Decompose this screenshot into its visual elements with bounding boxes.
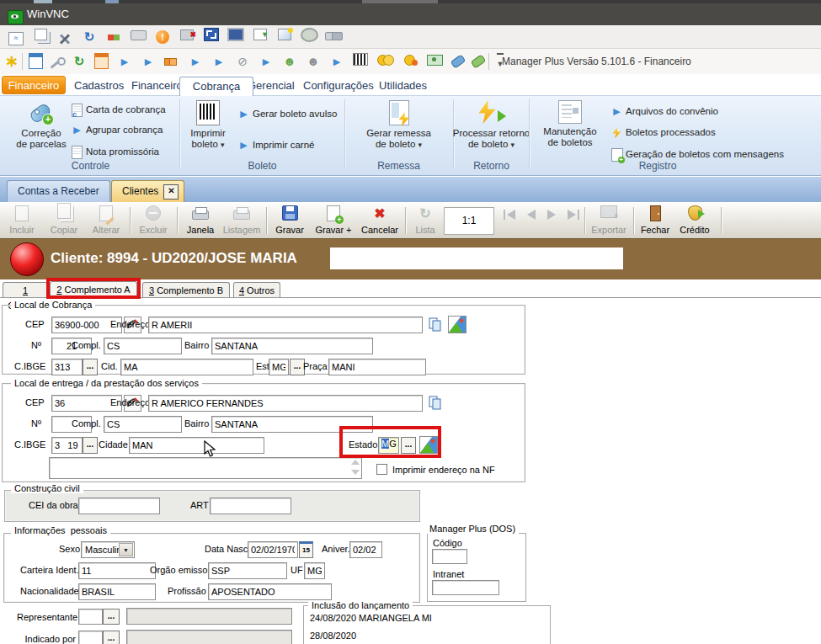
lista-button[interactable]: ↻Lista [409,205,441,236]
run-action-icon[interactable]: ▶ [187,53,204,70]
window-orange-icon[interactable] [93,53,109,70]
endereco-entrega-input[interactable] [148,395,423,412]
copiar-button[interactable]: Copiar [45,205,83,236]
refresh-green-icon[interactable]: ↻ [71,53,88,70]
gravar-button[interactable]: Gravar [271,205,308,236]
endereco-input[interactable] [148,317,423,333]
tab-outros[interactable]: 4 Outros [233,282,280,298]
sexo-select[interactable]: Masculino▼ [81,541,135,558]
praca-input[interactable] [328,359,426,375]
tools-icon[interactable] [56,28,74,45]
wrench-icon[interactable] [49,53,66,70]
run-action-icon[interactable]: ▶ [116,53,133,70]
estado-entrega-input[interactable]: MG [378,437,399,454]
chevron-down-icon[interactable]: ▼ [119,543,133,556]
bairro-entrega-input[interactable] [211,416,373,433]
imprimir-endereco-nf-checkbox[interactable] [376,464,387,475]
orgao-emissor-input[interactable] [208,562,287,579]
credito-button[interactable]: Crédito [675,205,714,236]
gravar-mais-button[interactable]: +Gravar + [312,205,355,236]
agrupar-cobranca-item[interactable]: ▶Agrupar cobrança [71,125,163,136]
window-transfer-icon[interactable]: ▼ [251,28,269,45]
codigo-input[interactable] [432,549,467,564]
bairro-input[interactable] [211,338,373,354]
incluir-button[interactable]: Incluir [3,205,40,236]
user-green-icon[interactable]: ☻ [281,53,298,70]
window-blue-icon[interactable] [27,53,44,70]
copy-address-icon[interactable] [427,396,444,411]
alterar-button[interactable]: Alterar [88,205,125,236]
tag-blue-icon[interactable] [450,53,466,70]
tab-cadastro[interactable]: 1 Cadastro [3,282,48,298]
user-gray-icon[interactable]: ☻ [305,53,322,70]
nav-last-icon[interactable] [578,210,579,220]
run-action-icon[interactable]: ▶ [258,53,275,70]
exportar-button[interactable]: xExportar [588,205,630,236]
attachment-icon[interactable]: ⊘ [234,53,251,70]
fullscreen-icon[interactable] [202,28,221,45]
map-icon[interactable] [448,316,466,333]
coins-icon[interactable] [377,53,394,70]
banknote-icon[interactable] [426,53,443,70]
imprimir-boleto-button[interactable]: Imprimir boleto ▾ [182,98,234,151]
ctrl-alt-del-keyboard-icon[interactable] [129,28,147,45]
nav-last-icon[interactable] [568,210,576,220]
tab-contas-a-receber[interactable]: Contas a Receber [7,180,110,202]
coins-alert-icon[interactable] [403,53,419,70]
zoom-ratio-box[interactable]: 1:1 [444,207,494,235]
chat-icon[interactable] [324,28,343,45]
disconnect-icon[interactable]: ✖ [178,28,196,45]
indicado-por-input[interactable] [78,631,103,644]
scroll-up-icon[interactable] [351,460,360,465]
tab-complemento-a[interactable]: 2 Complemento A [50,281,137,299]
art-input[interactable] [210,498,291,514]
estado-browse-button[interactable]: ... [401,437,416,454]
ribbon-tab-cobranca[interactable]: Cobrança [179,77,253,96]
map-icon[interactable] [419,436,438,454]
tab-clientes[interactable]: Clientes ✕ [111,180,184,202]
ribbon-tab-configuracoes[interactable]: Configurações [295,77,382,95]
nacionalidade-input[interactable] [78,583,156,600]
representante-input[interactable] [78,609,103,625]
cidade-input[interactable] [120,359,253,375]
nav-next-icon[interactable] [547,210,556,220]
janela-button[interactable]: Janela [182,205,219,236]
representante-browse-button[interactable]: ... [103,609,120,625]
favorites-asterisk-icon[interactable]: ∗ [3,53,20,70]
compl-input[interactable] [104,338,182,354]
tag-green-icon[interactable] [470,53,487,70]
cibge-entrega-input[interactable] [51,437,83,454]
compl-entrega-input[interactable] [104,416,182,433]
intranet-input[interactable] [432,580,499,595]
cei-da-obra-input[interactable] [78,498,160,514]
cibge-input[interactable] [51,359,83,375]
excluir-button[interactable]: Excluir [135,205,172,236]
nav-previous-icon[interactable] [527,210,536,220]
gerar-remessa-de-boleto-button[interactable]: Gerar remessa de boleto ▾ [345,98,452,151]
run-action-icon[interactable]: ▶ [211,53,227,70]
data-nasc-input[interactable] [248,541,298,558]
listagem-button[interactable]: Listagem [221,205,263,236]
arquivos-do-convenio-item[interactable]: ▶Arquivos do convênio [610,106,718,117]
boletos-processados-item[interactable]: Boletos processados [610,127,716,138]
nav-first-icon[interactable] [507,210,515,220]
fechar-button[interactable]: Fechar [637,205,674,236]
correcao-de-parcelas-button[interactable]: + Correção de parcelas [7,98,76,150]
imprimir-carne-item[interactable]: ▶Imprimir carné [237,140,314,151]
calendar-icon[interactable]: 15 [299,541,313,558]
refresh-icon[interactable]: ↻ [80,28,99,45]
monitor-icon[interactable] [227,28,245,45]
copy-address-icon[interactable] [427,317,444,333]
new-connection-icon[interactable] [31,28,50,45]
ribbon-tab-utilidades[interactable]: Utilidades [371,77,435,95]
estado-input[interactable] [269,359,289,375]
run-action-icon[interactable]: ▶ [328,53,345,70]
new-window-icon[interactable] [275,28,294,45]
profissao-input[interactable] [208,583,332,600]
tab-complemento-b[interactable]: 3 Complemento B [142,282,230,298]
region-select-icon[interactable] [300,28,318,45]
cancelar-button[interactable]: ✖Cancelar [359,205,401,236]
nav-first-icon[interactable] [504,210,505,220]
indicado-por-browse-button[interactable]: ... [103,631,120,644]
cibge-browse-button[interactable]: ... [83,437,98,454]
